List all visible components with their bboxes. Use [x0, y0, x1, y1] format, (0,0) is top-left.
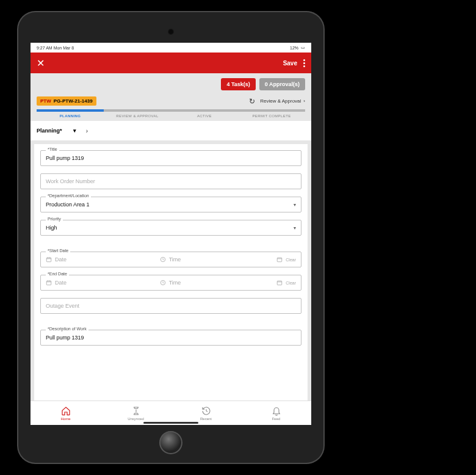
hourglass-icon [131, 406, 141, 416]
kebab-menu-icon[interactable] [303, 59, 305, 67]
department-field[interactable]: *Department/Location Production Area 1 ▾ [40, 197, 301, 212]
battery-icon: ▭ [301, 45, 305, 50]
svg-rect-3 [46, 281, 51, 285]
caret-down-icon: ▾ [73, 128, 76, 134]
nav-unsynced-label: Unsynced [128, 417, 144, 421]
caret-down-icon: ▾ [294, 202, 296, 208]
end-date-label: *End Date [46, 272, 69, 276]
review-approval-label: Review & Approval [260, 98, 301, 104]
bell-icon [272, 406, 281, 416]
nav-home-label: Home [60, 417, 70, 421]
svg-rect-0 [46, 258, 51, 262]
step-permit-complete[interactable]: PERMIT COMPLETE [238, 109, 305, 118]
nav-feed-label: Feed [272, 417, 281, 421]
svg-rect-2 [278, 258, 283, 262]
end-time-placeholder: Time [169, 280, 181, 286]
form-area: *Title Pull pump 1319 Work Order Number … [34, 144, 308, 401]
tasks-pill[interactable]: 4 Task(s) [221, 78, 255, 90]
section-dropdown[interactable]: Planning* ▾ [37, 128, 76, 134]
priority-field[interactable]: Priority High ▾ [40, 220, 301, 236]
app-screen: 9:27 AM Mon Mar 8 12% ▭ ✕ Save [31, 43, 311, 425]
outage-event-placeholder: Outage Event [46, 303, 79, 309]
nav-feed[interactable]: Feed [241, 401, 311, 425]
permit-tag-prefix: PTW [40, 98, 51, 104]
calendar-icon [46, 280, 52, 286]
start-clear-button[interactable]: Clear [286, 258, 296, 262]
title-value: Pull pump 1319 [46, 155, 84, 161]
step-planning[interactable]: PLANNING [37, 109, 104, 118]
description-label: *Description of Work [46, 327, 88, 331]
work-order-field[interactable]: Work Order Number [40, 173, 301, 189]
calendar-icon[interactable] [276, 280, 283, 286]
nav-home[interactable]: Home [31, 401, 101, 425]
home-icon [61, 406, 71, 416]
priority-label: Priority [46, 217, 63, 221]
title-field[interactable]: *Title Pull pump 1319 [40, 150, 301, 166]
home-indicator [143, 422, 198, 424]
step-active[interactable]: ACTIVE [171, 109, 238, 118]
permit-row: PTW PG-PTW-21-1439 ↻ Review & Approval › [31, 94, 311, 108]
refresh-icon[interactable]: ↻ [249, 97, 255, 106]
step-review-approval[interactable]: REVIEW & APPROVAL [104, 109, 171, 118]
nav-recent-label: Recent [200, 417, 212, 421]
clock-icon [160, 280, 166, 286]
review-approval-link[interactable]: Review & Approval › [260, 98, 305, 104]
calendar-icon[interactable] [276, 256, 283, 263]
start-date-label: *Start Date [46, 248, 70, 253]
start-date-field[interactable]: *Start Date Date Time Clear [40, 252, 301, 267]
svg-rect-5 [278, 281, 283, 285]
title-label: *Title [46, 147, 59, 151]
close-icon[interactable]: ✕ [37, 57, 45, 69]
section-dropdown-label: Planning* [37, 128, 62, 134]
home-button[interactable] [159, 431, 182, 454]
start-time-placeholder: Time [169, 256, 181, 263]
outage-event-field[interactable]: Outage Event [40, 298, 301, 314]
description-field[interactable]: *Description of Work Pull pump 1319 [40, 330, 301, 346]
permit-tag-id: PG-PTW-21-1439 [54, 98, 93, 104]
end-date-field[interactable]: *End Date Date Time Clear [40, 275, 301, 291]
tablet-frame: 9:27 AM Mon Mar 8 12% ▭ ✕ Save [18, 12, 323, 463]
section-next-button[interactable]: › [81, 125, 93, 137]
caret-down-icon: ▾ [294, 225, 296, 231]
app-header: ✕ Save [31, 53, 311, 73]
permit-tag: PTW PG-PTW-21-1439 [37, 96, 96, 106]
pill-row: 4 Task(s) 0 Approval(s) [31, 73, 311, 94]
chevron-right-icon: › [303, 98, 305, 104]
status-bar: 9:27 AM Mon Mar 8 12% ▭ [31, 43, 311, 53]
priority-value: High [46, 225, 57, 231]
section-selector-row: Planning* ▾ › [31, 121, 311, 140]
progress-steps: PLANNING REVIEW & APPROVAL ACTIVE PERMIT… [31, 108, 311, 121]
start-date-placeholder: Date [55, 256, 67, 263]
device-camera [168, 29, 174, 35]
end-date-placeholder: Date [55, 280, 67, 286]
clock-icon [160, 256, 166, 263]
approvals-pill[interactable]: 0 Approval(s) [259, 78, 305, 90]
end-clear-button[interactable]: Clear [286, 281, 296, 285]
bottom-nav: Home Unsynced Recent Feed [31, 401, 311, 425]
save-button[interactable]: Save [283, 60, 297, 67]
status-time: 9:27 AM Mon Mar 8 [37, 46, 74, 50]
calendar-icon [46, 256, 52, 263]
work-order-placeholder: Work Order Number [46, 178, 95, 184]
app-body: 4 Task(s) 0 Approval(s) PTW PG-PTW-21-14… [31, 73, 311, 425]
history-icon [201, 406, 211, 416]
status-battery: 12% [290, 46, 298, 50]
description-value: Pull pump 1319 [46, 335, 84, 341]
department-label: *Department/Location [46, 194, 91, 198]
department-value: Production Area 1 [46, 201, 90, 208]
